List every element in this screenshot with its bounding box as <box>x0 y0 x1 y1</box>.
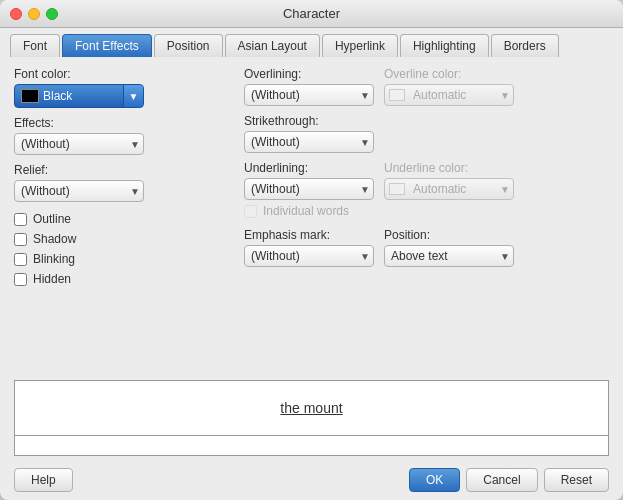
position-label: Position: <box>384 228 514 242</box>
emphasis-select[interactable]: (Without) <box>244 245 374 267</box>
effects-label: Effects: <box>14 116 234 130</box>
tab-position[interactable]: Position <box>154 34 223 57</box>
font-color-swatch <box>21 89 39 103</box>
blinking-checkbox[interactable] <box>14 253 27 266</box>
outline-checkbox[interactable] <box>14 213 27 226</box>
right-column: Overlining: (Without) ▼ Overline color: <box>244 67 609 292</box>
font-color-text: Black <box>43 89 72 103</box>
emphasis-group: Emphasis mark: (Without) ▼ <box>244 228 374 267</box>
effects-select[interactable]: (Without) <box>14 133 144 155</box>
underlining-group: Underlining: (Without) ▼ <box>244 161 374 200</box>
emphasis-label: Emphasis mark: <box>244 228 374 242</box>
help-button[interactable]: Help <box>14 468 73 492</box>
overlining-select[interactable]: (Without) <box>244 84 374 106</box>
relief-select[interactable]: (Without) <box>14 180 144 202</box>
footer-left: Help <box>14 468 73 492</box>
tab-font-effects[interactable]: Font Effects <box>62 34 152 57</box>
strikethrough-group: Strikethrough: (Without) ▼ <box>244 114 609 153</box>
font-color-label: Font color: <box>14 67 234 81</box>
position-select-wrapper: Above text ▼ <box>384 245 514 267</box>
underlining-select-wrapper: (Without) ▼ <box>244 178 374 200</box>
cancel-button[interactable]: Cancel <box>466 468 537 492</box>
strikethrough-select[interactable]: (Without) <box>244 131 374 153</box>
reset-button[interactable]: Reset <box>544 468 609 492</box>
position-select[interactable]: Above text <box>384 245 514 267</box>
blinking-row: Blinking <box>14 252 234 266</box>
relief-row: Relief: (Without) ▼ <box>14 163 234 202</box>
preview-area: the mount <box>14 380 609 456</box>
tab-asian-layout[interactable]: Asian Layout <box>225 34 320 57</box>
shadow-checkbox[interactable] <box>14 233 27 246</box>
font-color-value-display: Black <box>15 89 123 103</box>
maximize-button[interactable] <box>46 8 58 20</box>
outline-label[interactable]: Outline <box>33 212 71 226</box>
relief-select-wrapper: (Without) ▼ <box>14 180 144 202</box>
overline-color-container: Automatic ▼ <box>384 84 514 106</box>
font-color-dropdown[interactable]: Black ▼ <box>14 84 144 108</box>
underline-color-group: Underline color: Automatic ▼ <box>384 161 514 200</box>
underlining-select[interactable]: (Without) <box>244 178 374 200</box>
relief-label: Relief: <box>14 163 234 177</box>
underlining-label: Underlining: <box>244 161 374 175</box>
overlining-group: Overlining: (Without) ▼ <box>244 67 374 106</box>
overlining-select-wrapper: (Without) ▼ <box>244 84 374 106</box>
ok-button[interactable]: OK <box>409 468 460 492</box>
underline-color-container: Automatic ▼ <box>384 178 514 200</box>
tab-bar: Font Font Effects Position Asian Layout … <box>0 28 623 57</box>
individual-words-label: Individual words <box>263 204 349 218</box>
hidden-label[interactable]: Hidden <box>33 272 71 286</box>
overline-color-select: Automatic <box>384 84 514 106</box>
tab-highlighting[interactable]: Highlighting <box>400 34 489 57</box>
overlining-label: Overlining: <box>244 67 374 81</box>
outline-row: Outline <box>14 212 234 226</box>
emphasis-section: Emphasis mark: (Without) ▼ Position: <box>244 228 609 267</box>
minimize-button[interactable] <box>28 8 40 20</box>
shadow-label[interactable]: Shadow <box>33 232 76 246</box>
individual-words-checkbox <box>244 205 257 218</box>
individual-words-row: Individual words <box>244 204 609 218</box>
overline-color-group: Overline color: Automatic ▼ <box>384 67 514 106</box>
shadow-row: Shadow <box>14 232 234 246</box>
footer: Help OK Cancel Reset <box>14 468 609 492</box>
emphasis-select-wrapper: (Without) ▼ <box>244 245 374 267</box>
effects-select-wrapper: (Without) ▼ <box>14 133 144 155</box>
blinking-label[interactable]: Blinking <box>33 252 75 266</box>
underlining-section: Underlining: (Without) ▼ Underline color… <box>244 161 609 200</box>
hidden-checkbox[interactable] <box>14 273 27 286</box>
hidden-row: Hidden <box>14 272 234 286</box>
underline-color-label: Underline color: <box>384 161 514 175</box>
overlining-section: Overlining: (Without) ▼ Overline color: <box>244 67 609 106</box>
emphasis-position-group: Position: Above text ▼ <box>384 228 514 267</box>
preview-text-container: the mount <box>15 381 608 435</box>
tab-font[interactable]: Font <box>10 34 60 57</box>
overline-color-label: Overline color: <box>384 67 514 81</box>
font-color-arrow[interactable]: ▼ <box>123 85 143 107</box>
tab-borders[interactable]: Borders <box>491 34 559 57</box>
close-button[interactable] <box>10 8 22 20</box>
window-title: Character <box>283 6 340 21</box>
underline-color-select: Automatic <box>384 178 514 200</box>
strikethrough-select-wrapper: (Without) ▼ <box>244 131 374 153</box>
character-dialog: Character Font Font Effects Position Asi… <box>0 0 623 500</box>
tab-hyperlink[interactable]: Hyperlink <box>322 34 398 57</box>
titlebar: Character <box>0 0 623 28</box>
strikethrough-label: Strikethrough: <box>244 114 609 128</box>
effects-row: Effects: (Without) ▼ <box>14 116 234 155</box>
traffic-lights <box>10 8 58 20</box>
preview-text: the mount <box>280 400 342 416</box>
font-color-row: Font color: Black ▼ <box>14 67 234 108</box>
footer-right: OK Cancel Reset <box>409 468 609 492</box>
preview-bottom-strip <box>15 435 608 455</box>
